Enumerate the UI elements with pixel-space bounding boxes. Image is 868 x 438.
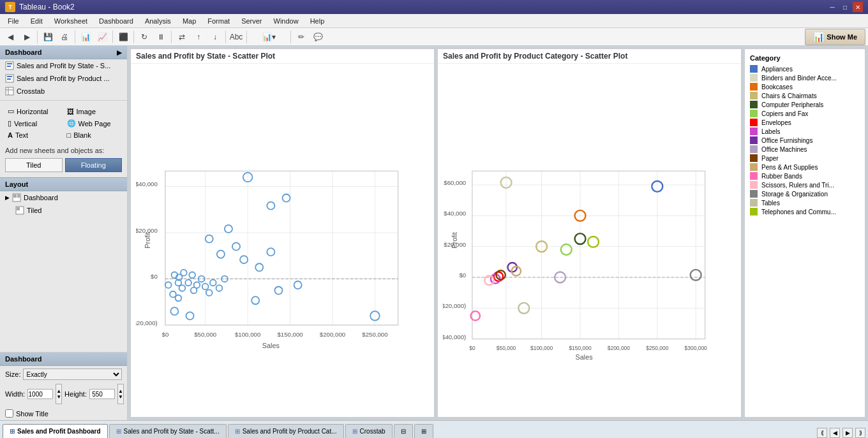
menu-analysis[interactable]: Analysis — [140, 14, 176, 27]
window-controls[interactable]: ─ □ ✕ — [827, 2, 863, 12]
menu-map[interactable]: Map — [177, 14, 201, 27]
svg-text:$200,000: $200,000 — [320, 331, 345, 338]
menu-format[interactable]: Format — [202, 14, 235, 27]
marks-button[interactable]: 📊▾ — [250, 29, 288, 45]
tab-list-view[interactable]: ⊞ — [414, 424, 433, 438]
tiled-button[interactable]: Tiled — [5, 158, 63, 172]
legend-label-8: Office Furnishings — [761, 137, 812, 144]
tab-state-scatter[interactable]: ⊞ Sales and Profit by State - Scatt... — [109, 424, 227, 438]
legend-color-11 — [750, 163, 758, 171]
tab-crosstab[interactable]: ⊞ Crosstab — [345, 424, 393, 438]
layout-tiled-item[interactable]: Tiled — [0, 204, 127, 217]
svg-rect-35 — [165, 171, 398, 325]
legend-color-4 — [750, 101, 758, 108]
width-input[interactable] — [27, 389, 53, 399]
minimize-button[interactable]: ─ — [827, 2, 837, 12]
menu-server[interactable]: Server — [236, 14, 267, 27]
swap-button[interactable]: ⇄ — [174, 29, 190, 45]
legend-label-6: Envelopes — [761, 119, 791, 126]
chart-type-button[interactable]: 📊 — [78, 29, 93, 45]
size-row: Size: Exactly Automatic Range — [0, 366, 127, 383]
forward-button[interactable]: ▶ — [19, 29, 34, 45]
legend-item-13: Scissors, Rulers and Tri... — [750, 180, 860, 189]
legend-item-15: Tables — [750, 198, 860, 207]
layout-tiled-icon — [15, 206, 24, 215]
sidebar-item-state-scatter[interactable]: Sales and Profit by State - S... — [0, 59, 127, 72]
sidebar-collapse-arrow[interactable]: ▶ — [117, 49, 122, 56]
legend-items: Appliances Binders and Binder Acce... Bo… — [750, 64, 860, 216]
show-me-label: Show Me — [827, 33, 857, 41]
svg-point-116 — [588, 237, 599, 247]
menu-edit[interactable]: Edit — [26, 14, 48, 27]
menu-dashboard[interactable]: Dashboard — [94, 14, 138, 27]
show-me-button[interactable]: 📊 Show Me — [805, 29, 865, 45]
object-text[interactable]: A Text — [5, 130, 63, 140]
show-me-icon: 📊 — [813, 32, 824, 42]
tab-nav-prev-prev[interactable]: ⟪ — [817, 428, 827, 438]
width-spinner[interactable]: ▲▼ — [56, 384, 62, 404]
sidebar-item-product-scatter[interactable]: Sales and Profit by Product ... — [0, 72, 127, 85]
legend-item-5: Copiers and Fax — [750, 109, 860, 118]
chart-option-button[interactable]: 📈 — [94, 29, 110, 45]
tab-dashboard[interactable]: ⊞ Sales and Profit Dashboard — [3, 424, 108, 438]
legend-color-9 — [750, 145, 758, 153]
menu-window[interactable]: Window — [269, 14, 304, 27]
object-blank[interactable]: □ Blank — [64, 130, 123, 140]
menu-worksheet[interactable]: Worksheet — [49, 14, 93, 27]
svg-rect-2 — [7, 66, 11, 67]
highlight-button[interactable]: ✏ — [294, 29, 309, 45]
save-button[interactable]: 💾 — [40, 29, 56, 45]
sidebar-item-crosstab[interactable]: Crosstab — [0, 85, 127, 98]
tab-nav-next-next[interactable]: ⟫ — [855, 428, 865, 438]
svg-text:$250,000: $250,000 — [646, 345, 668, 351]
tab-crosstab-icon: ⊞ — [352, 428, 357, 435]
tooltip-button[interactable]: 💬 — [310, 29, 326, 45]
toolbar-separator-6 — [225, 31, 226, 43]
tab-nav-prev[interactable]: ◀ — [830, 428, 840, 438]
object-vertical[interactable]: ▯ Vertical — [5, 118, 63, 129]
sort-desc-button[interactable]: ↓ — [207, 29, 223, 45]
object-horizontal[interactable]: ▭ Horizontal — [5, 106, 63, 117]
layout-dashboard-item[interactable]: ▶ Dashboard — [0, 191, 127, 204]
svg-rect-10 — [13, 194, 17, 198]
legend-color-10 — [750, 154, 758, 162]
tab-nav-next[interactable]: ▶ — [842, 428, 853, 438]
tab-grid-view[interactable]: ⊟ — [394, 424, 413, 438]
product-scatter-svg: Profit ($40,000) ($20,000) $0 $20,000 $4… — [443, 69, 736, 412]
sort-asc-button[interactable]: ↑ — [191, 29, 206, 45]
layout-button[interactable]: ⬛ — [116, 29, 131, 45]
charts-area: Sales and Profit by State - Scatter Plot… — [128, 46, 868, 420]
size-select[interactable]: Exactly Automatic Range — [23, 369, 122, 380]
toolbar: ◀ ▶ 💾 🖨 📊 📈 ⬛ ↻ ⏸ ⇄ ↑ ↓ Abc 📊▾ ✏ 💬 📊 Sho… — [0, 28, 868, 46]
close-button[interactable]: ✕ — [853, 2, 863, 12]
svg-text:$60,000: $60,000 — [444, 179, 466, 186]
menu-help[interactable]: Help — [305, 14, 330, 27]
svg-point-43 — [217, 251, 225, 258]
refresh-button[interactable]: ↻ — [137, 29, 152, 45]
legend-color-15 — [750, 199, 758, 207]
tab-dashboard-label: Sales and Profit Dashboard — [17, 428, 101, 435]
svg-point-57 — [191, 288, 197, 294]
tab-product-scatter[interactable]: ⊞ Sales and Profit by Product Cat... — [228, 424, 344, 438]
legend-color-1 — [750, 74, 758, 82]
svg-text:$100,000: $100,000 — [235, 331, 260, 338]
object-webpage[interactable]: 🌐 Web Page — [64, 118, 123, 129]
back-button[interactable]: ◀ — [3, 29, 18, 45]
toolbar-separator-2 — [75, 31, 75, 43]
height-input[interactable] — [89, 389, 115, 399]
state-scatter-svg: Profit ($20,000) $0 $20,000 $40,000 $0 $… — [136, 69, 429, 412]
label-button[interactable]: Abc — [228, 29, 244, 45]
object-image[interactable]: 🖼 Image — [64, 106, 123, 117]
height-spinner[interactable]: ▲▼ — [117, 384, 124, 404]
pause-button[interactable]: ⏸ — [153, 29, 168, 45]
menu-file[interactable]: File — [3, 14, 24, 27]
tab-state-label: Sales and Profit by State - Scatt... — [124, 428, 220, 435]
print-button[interactable]: 🖨 — [57, 29, 72, 45]
floating-button[interactable]: Floating — [65, 158, 123, 172]
restore-button[interactable]: □ — [840, 2, 850, 12]
legend-label-12: Rubber Bands — [761, 173, 802, 180]
legend-item-6: Envelopes — [750, 118, 860, 127]
image-icon: 🖼 — [67, 108, 74, 115]
show-title-checkbox[interactable] — [5, 409, 13, 418]
svg-text:$20,000: $20,000 — [136, 227, 158, 234]
